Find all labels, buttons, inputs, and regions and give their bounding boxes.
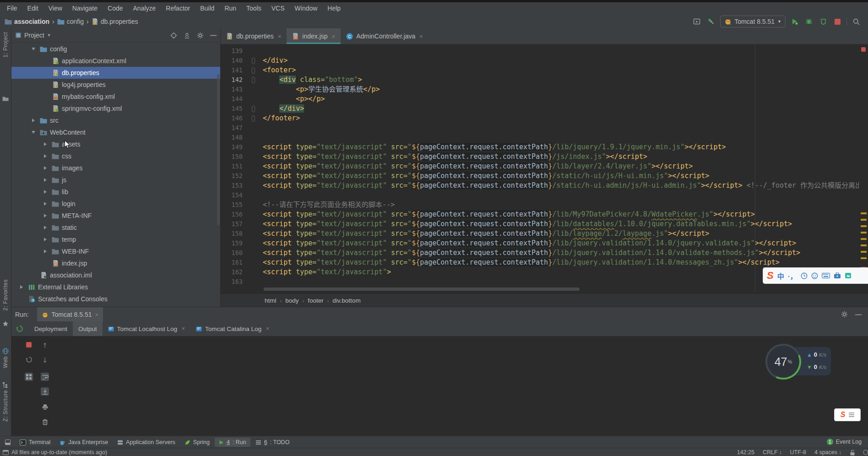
close-icon[interactable]: ×: [266, 326, 269, 332]
breadcrumb-config[interactable]: config: [57, 18, 84, 25]
code-line[interactable]: 157<script type="text/javascript" src="$…: [221, 219, 859, 229]
close-icon[interactable]: ×: [182, 326, 185, 332]
editor-horizontal-scrollbar[interactable]: [264, 288, 580, 291]
ime-emoji-icon[interactable]: [811, 272, 818, 279]
menu-vcs[interactable]: VCS: [266, 2, 290, 15]
tree-item-config[interactable]: config: [11, 43, 220, 55]
line-number[interactable]: 146: [221, 114, 244, 123]
editor-tab-index-jsp[interactable]: JSPindex.jsp×: [287, 28, 341, 44]
line-number[interactable]: 160: [221, 248, 244, 258]
collapse-all-icon[interactable]: [184, 32, 190, 39]
ime-toolbar[interactable]: S 中 ·，: [763, 267, 868, 284]
tree-item-springmvc-config-xml[interactable]: springmvc-config.xml: [11, 103, 220, 114]
warning-stripe-mark[interactable]: [861, 212, 867, 214]
code-line[interactable]: 141<footer>: [221, 65, 859, 75]
tree-item-temp[interactable]: temp: [11, 233, 220, 245]
line-number[interactable]: 142: [221, 75, 244, 85]
chevron-down-icon[interactable]: ▼: [47, 33, 51, 38]
warning-stripe-mark[interactable]: [861, 238, 867, 240]
fold-marker-icon[interactable]: [252, 115, 255, 122]
tree-item-scratches-and-consoles[interactable]: Scratches and Consoles: [11, 293, 220, 305]
close-icon[interactable]: ×: [419, 33, 423, 40]
line-number[interactable]: 143: [221, 85, 244, 94]
menu-view[interactable]: View: [43, 2, 67, 15]
toolwindow-button-java-enterprise[interactable]: Java Enterprise: [55, 438, 112, 447]
hide-panel-icon[interactable]: —: [855, 311, 862, 318]
sogou-logo-icon[interactable]: S: [841, 411, 846, 419]
close-icon[interactable]: ×: [95, 311, 99, 318]
menu-tools[interactable]: Tools: [241, 2, 266, 15]
editor-tab-admincontroller-java[interactable]: CAdminController.java×: [341, 28, 429, 44]
build-hammer-icon[interactable]: [706, 16, 716, 27]
breadcrumb-footer[interactable]: footer: [308, 297, 324, 304]
breadcrumb-html[interactable]: html: [265, 297, 277, 304]
chevron-right-icon[interactable]: [42, 142, 49, 146]
menu-help[interactable]: Help: [322, 2, 346, 15]
code-line[interactable]: 160<script type="text/javascript" src="$…: [221, 248, 859, 258]
tree-item-index-jsp[interactable]: JSPindex.jsp: [11, 257, 220, 269]
stop-icon[interactable]: [25, 341, 33, 349]
code-line[interactable]: 151<script type="text/javascript" src="$…: [221, 162, 859, 171]
line-number[interactable]: 162: [221, 267, 244, 277]
console-tab-tomcat-localhost-log[interactable]: Tomcat Localhost Log×: [103, 321, 190, 336]
line-number[interactable]: 151: [221, 162, 244, 171]
line-number[interactable]: 150: [221, 152, 244, 162]
tree-item-src[interactable]: src: [11, 114, 220, 126]
chevron-right-icon[interactable]: [42, 214, 49, 217]
line-number[interactable]: 152: [221, 171, 244, 181]
tree-item-web-inf[interactable]: WEB-INF: [11, 245, 220, 257]
menu-build[interactable]: Build: [195, 2, 219, 15]
chevron-right-icon[interactable]: [42, 154, 49, 158]
line-number[interactable]: 157: [221, 219, 244, 229]
ime-skin-icon[interactable]: [845, 272, 852, 279]
warning-stripe-mark[interactable]: [861, 251, 867, 253]
line-separator-widget[interactable]: CRLF ↕: [763, 449, 782, 456]
scroll-to-end-icon[interactable]: [41, 387, 49, 396]
ime-keyboard-icon[interactable]: [822, 273, 830, 278]
code-line[interactable]: 142 <div class="bottom">: [221, 75, 859, 85]
run-with-coverage-button[interactable]: [818, 16, 828, 27]
indent-widget[interactable]: 4 spaces ↕: [814, 449, 841, 456]
structure-icon[interactable]: [2, 382, 9, 388]
console-tab-tomcat-catalina-log[interactable]: Tomcat Catalina Log×: [190, 321, 275, 336]
search-everywhere-icon[interactable]: [851, 16, 861, 27]
settings-gear-icon[interactable]: [841, 311, 848, 318]
editor-tab-db-properties[interactable]: db.properties×: [221, 28, 287, 44]
print-icon[interactable]: [41, 403, 49, 411]
toolwindow-button-6-todo[interactable]: 6: TODO: [251, 438, 294, 447]
line-number[interactable]: 148: [221, 133, 244, 142]
rerun-icon[interactable]: [16, 325, 23, 332]
tool-windows-layout-icon[interactable]: [692, 16, 702, 27]
globe-icon[interactable]: [2, 348, 9, 354]
warning-stripe-mark[interactable]: [861, 225, 867, 227]
line-number[interactable]: 156: [221, 210, 244, 219]
line-number[interactable]: 158: [221, 229, 244, 239]
line-number[interactable]: 153: [221, 181, 244, 190]
restart-server-icon[interactable]: [25, 355, 33, 364]
code-line[interactable]: 145 </div>: [221, 104, 859, 114]
settings-gear-icon[interactable]: [197, 32, 204, 39]
debug-button[interactable]: [804, 16, 814, 27]
code-line[interactable]: 148: [221, 133, 859, 142]
tree-item-log4j-properties[interactable]: log4j.properties: [11, 79, 220, 91]
tool-windows-grid-icon[interactable]: [1, 438, 15, 446]
event-log-button[interactable]: 1 Event Log: [827, 436, 862, 448]
chevron-right-icon[interactable]: [30, 119, 37, 122]
up-arrow-icon[interactable]: ↑: [41, 342, 49, 350]
code-line[interactable]: 156<script type="text/javascript" src="$…: [221, 210, 859, 219]
console-tab-output[interactable]: Output: [73, 321, 103, 336]
error-indicator-icon[interactable]: [861, 47, 866, 52]
line-number[interactable]: 155: [221, 200, 244, 210]
line-number[interactable]: 147: [221, 123, 244, 133]
fold-marker-icon[interactable]: [252, 58, 255, 64]
chevron-right-icon[interactable]: [42, 178, 49, 182]
run-button[interactable]: [790, 16, 800, 27]
line-number[interactable]: 145: [221, 104, 244, 114]
chevron-right-icon[interactable]: [42, 166, 49, 170]
split-view-icon[interactable]: [25, 373, 33, 381]
stop-button[interactable]: [832, 16, 842, 27]
console-tab-deployment[interactable]: Deployment: [29, 321, 73, 336]
code-line[interactable]: 146</footer>: [221, 114, 859, 123]
tree-item-lib[interactable]: lib: [11, 186, 220, 198]
chevron-right-icon[interactable]: [42, 226, 49, 229]
